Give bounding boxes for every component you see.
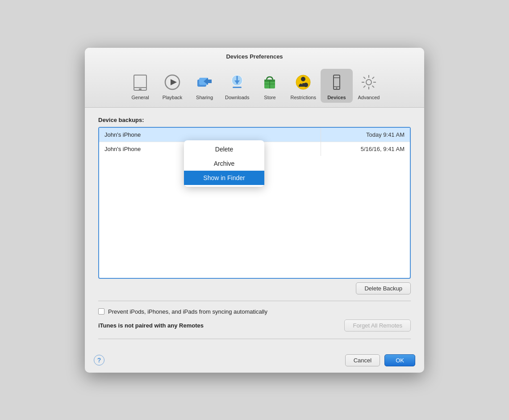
toolbar-item-playback[interactable]: Playback	[156, 69, 188, 103]
devices-icon	[326, 71, 347, 93]
help-button[interactable]: ?	[94, 355, 104, 365]
toolbar-item-general[interactable]: General	[124, 69, 156, 103]
preferences-window: Devices Preferences General	[85, 48, 424, 373]
delete-backup-button[interactable]: Delete Backup	[356, 282, 411, 294]
toolbar-item-advanced[interactable]: Advanced	[353, 69, 385, 103]
svg-line-32	[363, 85, 365, 87]
playback-icon	[162, 71, 183, 93]
svg-rect-20	[334, 75, 340, 89]
date-cell: 5/16/16, 9:41 AM	[321, 142, 410, 156]
prevent-sync-checkbox[interactable]	[98, 308, 104, 315]
backups-table-container: John's iPhone Today 9:41 AM John's iPhon…	[98, 127, 411, 279]
toolbar-label-playback: Playback	[163, 95, 183, 100]
footer: ? Cancel OK	[85, 348, 424, 373]
ok-button[interactable]: OK	[384, 354, 415, 366]
advanced-icon	[358, 71, 380, 93]
context-menu: Delete Archive Show in Finder	[184, 140, 264, 187]
toolbar-item-store[interactable]: Store	[254, 69, 286, 103]
toolbar: General Playback	[85, 65, 424, 107]
footer-buttons: Cancel OK	[345, 354, 415, 366]
section-label: Device backups:	[98, 117, 411, 123]
toolbar-label-store: Store	[264, 95, 275, 100]
svg-line-31	[372, 77, 374, 79]
prevent-sync-label: Prevent iPods, iPhones, and iPads from s…	[108, 308, 267, 315]
general-icon	[129, 71, 151, 93]
context-menu-archive[interactable]: Archive	[184, 156, 264, 171]
sharing-icon	[194, 71, 215, 93]
toolbar-label-restrictions: Restrictions	[290, 95, 316, 100]
titlebar: Devices Preferences General	[85, 48, 424, 108]
table-row[interactable]: John's iPhone Today 9:41 AM	[99, 128, 410, 142]
svg-point-24	[366, 80, 371, 85]
forget-remotes-button[interactable]: Forget All Remotes	[344, 319, 411, 332]
context-menu-delete[interactable]: Delete	[184, 142, 264, 156]
toolbar-label-sharing: Sharing	[196, 95, 213, 100]
context-menu-show-in-finder[interactable]: Show in Finder	[184, 171, 264, 185]
store-icon	[259, 71, 280, 93]
toolbar-item-restrictions[interactable]: Restrictions	[286, 69, 320, 103]
device-name-cell: John's iPhone	[99, 128, 321, 142]
main-content: Device backups: John's iPhone Today 9:41…	[85, 108, 424, 348]
toolbar-item-sharing[interactable]: Sharing	[188, 69, 221, 103]
toolbar-label-general: General	[131, 95, 149, 100]
toolbar-label-devices: Devices	[327, 95, 346, 100]
toolbar-label-downloads: Downloads	[225, 95, 249, 100]
svg-rect-11	[233, 87, 242, 88]
divider-1	[98, 301, 411, 301]
svg-line-29	[363, 77, 365, 79]
svg-point-23	[336, 87, 337, 88]
svg-rect-2	[139, 88, 142, 90]
prevent-sync-row: Prevent iPods, iPhones, and iPads from s…	[98, 308, 411, 315]
help-icon: ?	[97, 357, 101, 364]
options-section: Prevent iPods, iPhones, and iPads from s…	[98, 306, 411, 334]
svg-point-18	[304, 83, 308, 87]
svg-line-30	[372, 85, 374, 87]
svg-marker-4	[171, 79, 177, 85]
restrictions-icon	[292, 71, 314, 93]
toolbar-item-devices[interactable]: Devices	[321, 69, 353, 103]
downloads-icon	[226, 71, 248, 93]
toolbar-label-advanced: Advanced	[358, 95, 380, 100]
cancel-button[interactable]: Cancel	[345, 354, 380, 366]
toolbar-item-downloads[interactable]: Downloads	[221, 69, 254, 103]
date-cell: Today 9:41 AM	[321, 128, 410, 142]
bottom-bar: Delete Backup	[98, 279, 411, 296]
window-title: Devices Preferences	[85, 53, 424, 60]
svg-point-17	[301, 77, 305, 81]
footer-divider	[98, 339, 411, 339]
remotes-status-label: iTunes is not paired with any Remotes	[98, 322, 204, 329]
remotes-row: iTunes is not paired with any Remotes Fo…	[98, 319, 411, 332]
